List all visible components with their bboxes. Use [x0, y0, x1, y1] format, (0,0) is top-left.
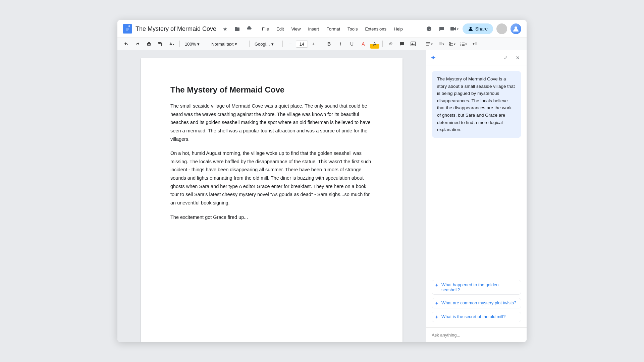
svg-rect-9	[148, 44, 150, 45]
user-avatar[interactable]	[511, 23, 521, 34]
spellcheck-button[interactable]	[167, 39, 176, 49]
style-selector[interactable]: Normal text ▾	[209, 41, 246, 47]
title-bar-top: The Mystery of Mermaid Cove ★ File Edit …	[136, 24, 421, 34]
doc-icon	[123, 24, 132, 34]
checklist-button[interactable]: ▾	[447, 39, 457, 49]
menu-view[interactable]: View	[288, 25, 304, 33]
toolbar: 100% ▾ Normal text ▾ Googl... ▾ − 14 + B…	[117, 38, 527, 50]
font-selector[interactable]: Googl... ▾	[253, 41, 279, 47]
divider-5	[321, 41, 321, 47]
italic-button[interactable]: I	[336, 39, 345, 49]
menu-help[interactable]: Help	[390, 25, 406, 33]
suggestion-star-2: ✦	[435, 301, 439, 306]
svg-rect-10	[148, 45, 149, 45]
svg-point-7	[515, 26, 517, 29]
ai-panel-content: The Mystery of Mermaid Cove is a story a…	[426, 65, 527, 275]
link-button[interactable]	[386, 39, 395, 49]
menu-insert[interactable]: Insert	[305, 25, 322, 33]
suggestion-text-1: What happened to the golden seashell?	[441, 282, 518, 292]
underline-button[interactable]: U	[347, 39, 357, 49]
font-size-decrease[interactable]: −	[286, 39, 295, 49]
divider-4	[282, 41, 283, 47]
comment-inline-button[interactable]	[397, 39, 407, 49]
document-title: The Mystery of Mermaid Cove	[136, 25, 216, 33]
menu-edit[interactable]: Edit	[273, 25, 287, 33]
svg-rect-21	[449, 45, 450, 46]
svg-point-6	[470, 27, 472, 29]
ai-star-icon: ✦	[430, 54, 436, 62]
title-section: The Mystery of Mermaid Cove ★ File Edit …	[136, 24, 421, 34]
divider-7	[421, 41, 421, 47]
ai-suggestion-1[interactable]: ✦ What happened to the golden seashell?	[432, 280, 521, 295]
title-icons: ★	[220, 24, 254, 34]
folder-button[interactable]	[232, 24, 242, 34]
font-size-input[interactable]: 14	[296, 41, 308, 48]
font-size-increase[interactable]: +	[309, 39, 318, 49]
bold-button[interactable]: B	[324, 39, 334, 49]
svg-rect-4	[450, 27, 454, 31]
paragraph-1: The small seaside village of Mermaid Cov…	[170, 102, 373, 143]
suggestion-text-3: What is the secret of the old mill?	[441, 314, 505, 319]
suggestion-star-1: ✦	[435, 283, 439, 288]
avatar-placeholder	[496, 23, 507, 34]
svg-point-25	[460, 44, 461, 45]
line-spacing-button[interactable]: ▾	[436, 39, 445, 49]
ai-expand-button[interactable]: ⤢	[501, 53, 511, 62]
star-button[interactable]: ★	[220, 24, 230, 34]
paragraph-2: On a hot, humid August morning, the vill…	[170, 149, 373, 207]
svg-rect-11	[411, 42, 416, 46]
main-area: The Mystery of Mermaid Cove The small se…	[117, 50, 527, 342]
svg-point-23	[460, 43, 461, 43]
svg-point-27	[460, 45, 461, 46]
document-body: The small seaside village of Mermaid Cov…	[170, 102, 373, 221]
history-button[interactable]	[424, 24, 434, 34]
menu-bar: File Edit View Insert Format Tools Exten…	[256, 24, 409, 34]
divider-3	[249, 41, 250, 47]
highlight-button[interactable]: A	[370, 39, 379, 49]
paragraph-3: The excitement got Grace fired up...	[170, 213, 373, 222]
ai-suggestions: ✦ What happened to the golden seashell? …	[426, 275, 527, 327]
title-bar-right: ▾ Share	[424, 23, 521, 34]
meet-button[interactable]: ▾	[450, 24, 459, 34]
menu-extensions[interactable]: Extensions	[362, 25, 390, 33]
ai-input[interactable]	[432, 333, 521, 338]
document-page: The Mystery of Mermaid Cove The small se…	[141, 58, 402, 342]
divider-1	[179, 41, 180, 47]
ai-response-text: The Mystery of Mermaid Cove is a story a…	[437, 76, 515, 132]
svg-marker-5	[454, 27, 456, 31]
ai-panel-header: ✦ ⤢ ✕	[426, 50, 527, 65]
comment-button[interactable]	[437, 24, 446, 34]
share-button[interactable]: Share	[463, 23, 493, 34]
list-button[interactable]: ▾	[459, 39, 468, 49]
print-button[interactable]	[144, 39, 154, 49]
ai-suggestion-2[interactable]: ✦ What are common mystery plot twists?	[432, 298, 521, 308]
indent-button[interactable]	[470, 39, 479, 49]
divider-2	[206, 41, 206, 47]
image-button[interactable]	[409, 39, 418, 49]
svg-rect-19	[449, 43, 450, 44]
ai-input-area	[426, 327, 527, 342]
align-button[interactable]: ▾	[424, 39, 434, 49]
ai-suggestion-3[interactable]: ✦ What is the secret of the old mill?	[432, 312, 521, 322]
zoom-selector[interactable]: 100% ▾	[183, 41, 203, 47]
app-window: The Mystery of Mermaid Cove ★ File Edit …	[117, 20, 527, 342]
share-label: Share	[475, 26, 488, 32]
document-area: The Mystery of Mermaid Cove The small se…	[117, 50, 426, 342]
ai-response-bubble: The Mystery of Mermaid Cove is a story a…	[432, 71, 521, 138]
document-heading: The Mystery of Mermaid Cove	[170, 85, 373, 95]
ai-panel: ✦ ⤢ ✕ The Mystery of Mermaid Cove is a s…	[426, 50, 527, 342]
menu-file[interactable]: File	[259, 25, 272, 33]
menu-tools[interactable]: Tools	[344, 25, 361, 33]
ai-close-button[interactable]: ✕	[513, 53, 523, 62]
text-color-button[interactable]: A	[359, 39, 368, 49]
undo-button[interactable]	[121, 39, 131, 49]
font-size-controls: − 14 +	[286, 39, 318, 49]
redo-button[interactable]	[133, 39, 142, 49]
title-bar: The Mystery of Mermaid Cove ★ File Edit …	[117, 20, 527, 38]
divider-6	[382, 41, 383, 47]
paint-format-button[interactable]	[156, 39, 165, 49]
suggestion-text-2: What are common mystery plot twists?	[441, 300, 516, 305]
menu-format[interactable]: Format	[323, 25, 343, 33]
cloud-button[interactable]	[245, 24, 254, 34]
suggestion-star-3: ✦	[435, 314, 439, 320]
